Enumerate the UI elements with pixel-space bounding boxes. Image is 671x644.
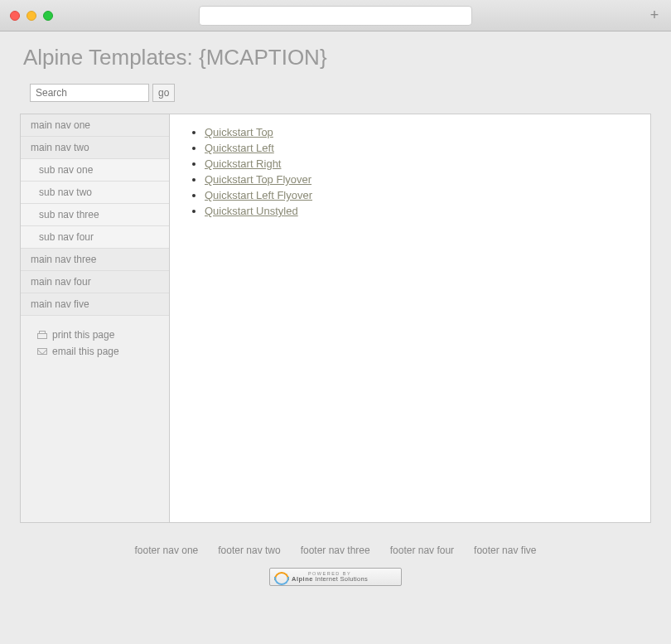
sidebar-nav-item[interactable]: main nav five	[21, 293, 169, 316]
list-item: Quickstart Unstyled	[205, 205, 635, 217]
sidebar-nav-item[interactable]: main nav one	[21, 114, 169, 137]
quickstart-link[interactable]: Quickstart Top	[205, 126, 273, 138]
footer-nav-item[interactable]: footer nav one	[135, 545, 199, 556]
footer-nav-item[interactable]: footer nav five	[474, 545, 536, 556]
sidebar: main nav onemain nav twosub nav onesub n…	[21, 114, 170, 522]
sidebar-nav: main nav onemain nav twosub nav onesub n…	[21, 114, 169, 316]
sidebar-nav-item[interactable]: main nav four	[21, 271, 169, 293]
zoom-window-button[interactable]	[43, 11, 53, 21]
list-item: Quickstart Left	[205, 142, 635, 154]
list-item: Quickstart Right	[205, 157, 635, 170]
quickstart-list: Quickstart TopQuickstart LeftQuickstart …	[185, 126, 635, 217]
powered-text: Powered by Alpine Internet Solutions	[292, 572, 368, 583]
print-icon	[37, 331, 47, 339]
alpine-logo-icon	[273, 570, 287, 583]
email-icon	[37, 348, 47, 355]
traffic-lights	[10, 11, 53, 21]
quickstart-link[interactable]: Quickstart Left Flyover	[205, 189, 312, 201]
footer-nav: footer nav onefooter nav twofooter nav t…	[20, 545, 651, 556]
sidebar-subnav-item[interactable]: sub nav one	[21, 159, 169, 182]
main-frame: main nav onemain nav twosub nav onesub n…	[20, 114, 651, 523]
footer: footer nav onefooter nav twofooter nav t…	[20, 530, 651, 596]
footer-nav-item[interactable]: footer nav three	[301, 545, 370, 556]
sidebar-nav-item[interactable]: main nav two	[21, 137, 169, 159]
titlebar: +	[0, 0, 671, 31]
powered-brand: Alpine Internet Solutions	[292, 576, 368, 583]
sidebar-nav-item[interactable]: main nav three	[21, 249, 169, 271]
page-title: Alpine Templates: {MCAPTION}	[23, 45, 648, 70]
new-tab-button[interactable]: +	[648, 9, 661, 22]
page-content: Alpine Templates: {MCAPTION} go main nav…	[0, 31, 671, 596]
main-content: Quickstart TopQuickstart LeftQuickstart …	[170, 114, 650, 522]
page-header: Alpine Templates: {MCAPTION}	[0, 31, 671, 77]
quickstart-link[interactable]: Quickstart Unstyled	[205, 205, 298, 217]
email-page-link[interactable]: email this page	[37, 346, 152, 357]
sidebar-subnav-item[interactable]: sub nav three	[21, 204, 169, 226]
list-item: Quickstart Left Flyover	[205, 189, 635, 201]
address-bar[interactable]	[199, 6, 472, 26]
powered-by-badge[interactable]: Powered by Alpine Internet Solutions	[269, 568, 402, 586]
email-label: email this page	[52, 346, 119, 357]
browser-window: + Alpine Templates: {MCAPTION} go main n…	[0, 0, 671, 644]
search-input[interactable]	[30, 84, 149, 102]
close-window-button[interactable]	[10, 11, 20, 21]
search-row: go	[0, 77, 671, 114]
sidebar-tools: print this page email this page	[21, 316, 169, 375]
footer-nav-item[interactable]: footer nav two	[218, 545, 280, 556]
quickstart-link[interactable]: Quickstart Right	[205, 157, 281, 170]
quickstart-link[interactable]: Quickstart Left	[205, 142, 274, 154]
sidebar-subnav-item[interactable]: sub nav two	[21, 182, 169, 204]
list-item: Quickstart Top Flyover	[205, 173, 635, 186]
footer-nav-item[interactable]: footer nav four	[390, 545, 454, 556]
print-label: print this page	[52, 329, 114, 341]
print-page-link[interactable]: print this page	[37, 329, 152, 341]
quickstart-link[interactable]: Quickstart Top Flyover	[205, 173, 311, 186]
sidebar-subnav-item[interactable]: sub nav four	[21, 226, 169, 249]
minimize-window-button[interactable]	[27, 11, 36, 21]
search-go-button[interactable]: go	[152, 84, 175, 102]
list-item: Quickstart Top	[205, 126, 635, 138]
